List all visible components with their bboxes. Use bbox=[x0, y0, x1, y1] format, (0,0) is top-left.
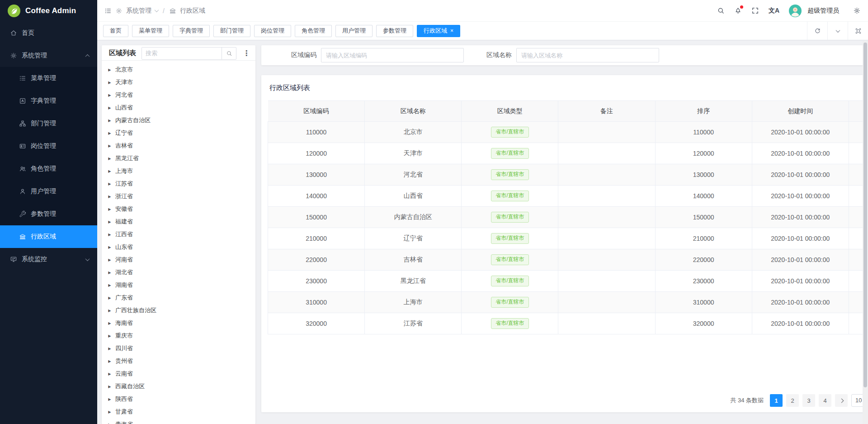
tree-item[interactable]: ▶ 湖南省 bbox=[108, 279, 255, 291]
caret-right-icon[interactable]: ▶ bbox=[108, 233, 111, 237]
table-row[interactable]: 310000 上海市 省市/直辖市 310000 2020-10-01 00:0… bbox=[268, 292, 868, 313]
sidebar-item-post-mgmt[interactable]: 岗位管理 bbox=[0, 135, 97, 157]
tree-item[interactable]: ▶ 上海市 bbox=[108, 165, 255, 177]
sidebar-group-system[interactable]: 系统管理 bbox=[0, 44, 97, 67]
tree-search-button[interactable] bbox=[222, 48, 236, 59]
tree-item[interactable]: ▶ 湖北省 bbox=[108, 266, 255, 279]
caret-right-icon[interactable]: ▶ bbox=[108, 385, 111, 389]
caret-right-icon[interactable]: ▶ bbox=[108, 309, 111, 313]
table-row[interactable]: 320000 江苏省 省市/直辖市 320000 2020-10-01 00:0… bbox=[268, 313, 868, 334]
caret-right-icon[interactable]: ▶ bbox=[108, 207, 111, 211]
sidebar-group-monitor[interactable]: 系统监控 bbox=[0, 248, 97, 271]
tab[interactable]: 参数管理 × bbox=[376, 25, 413, 37]
tab[interactable]: 首页 × bbox=[103, 25, 128, 37]
tree-item[interactable]: ▶ 山东省 bbox=[108, 241, 255, 253]
caret-right-icon[interactable]: ▶ bbox=[108, 296, 111, 300]
tree-item[interactable]: ▶ 广西壮族自治区 bbox=[108, 304, 255, 317]
tree-item[interactable]: ▶ 浙江省 bbox=[108, 190, 255, 203]
caret-right-icon[interactable]: ▶ bbox=[108, 271, 111, 275]
sidebar-item-user-mgmt[interactable]: 用户管理 bbox=[0, 180, 97, 203]
breadcrumb-section[interactable]: 系统管理 bbox=[126, 7, 151, 15]
tree-item[interactable]: ▶ 甘肃省 bbox=[108, 405, 255, 418]
caret-right-icon[interactable]: ▶ bbox=[108, 169, 111, 173]
tree-item[interactable]: ▶ 天津市 bbox=[108, 76, 255, 89]
kebab-menu-icon[interactable]: ⋮ bbox=[242, 49, 251, 58]
caret-right-icon[interactable]: ▶ bbox=[108, 68, 111, 72]
table-row[interactable]: 120000 天津市 省市/直辖市 120000 2020-10-01 00:0… bbox=[268, 143, 868, 164]
tree-item[interactable]: ▶ 福建省 bbox=[108, 215, 255, 228]
region-name-input[interactable] bbox=[516, 48, 659, 62]
caret-right-icon[interactable]: ▶ bbox=[108, 334, 111, 338]
caret-right-icon[interactable]: ▶ bbox=[108, 220, 111, 224]
tree-item[interactable]: ▶ 重庆市 bbox=[108, 329, 255, 342]
scrollbar-thumb[interactable] bbox=[863, 43, 867, 387]
tree-item[interactable]: ▶ 内蒙古自治区 bbox=[108, 114, 255, 127]
tab[interactable]: 岗位管理 × bbox=[254, 25, 291, 37]
tree-item[interactable]: ▶ 贵州省 bbox=[108, 355, 255, 367]
caret-right-icon[interactable]: ▶ bbox=[108, 372, 111, 376]
notifications-button[interactable] bbox=[734, 7, 742, 14]
sidebar-item-role-mgmt[interactable]: 角色管理 bbox=[0, 157, 97, 180]
caret-right-icon[interactable]: ▶ bbox=[108, 321, 111, 325]
tree-item[interactable]: ▶ 江西省 bbox=[108, 228, 255, 241]
sidebar-item-dept-mgmt[interactable]: 部门管理 bbox=[0, 112, 97, 135]
username[interactable]: 超级管理员 bbox=[807, 7, 839, 15]
avatar[interactable] bbox=[789, 5, 802, 17]
tree-item[interactable]: ▶ 吉林省 bbox=[108, 139, 255, 152]
tab[interactable]: 行政区域 × bbox=[417, 25, 460, 37]
caret-right-icon[interactable]: ▶ bbox=[108, 93, 111, 97]
tree-item[interactable]: ▶ 四川省 bbox=[108, 342, 255, 355]
page-button[interactable]: 3 bbox=[802, 394, 815, 407]
tree-search-input[interactable] bbox=[142, 48, 222, 59]
page-button[interactable]: 1 bbox=[770, 394, 783, 407]
fullscreen-icon[interactable] bbox=[751, 7, 759, 14]
table-row[interactable]: 220000 吉林省 省市/直辖市 220000 2020-10-01 00:0… bbox=[268, 249, 868, 271]
menu-fold-icon[interactable] bbox=[104, 7, 112, 14]
caret-right-icon[interactable]: ▶ bbox=[108, 410, 111, 414]
caret-right-icon[interactable]: ▶ bbox=[108, 283, 111, 287]
caret-right-icon[interactable]: ▶ bbox=[108, 359, 111, 363]
caret-right-icon[interactable]: ▶ bbox=[108, 245, 111, 249]
caret-right-icon[interactable]: ▶ bbox=[108, 397, 111, 401]
tree-item[interactable]: ▶ 广东省 bbox=[108, 291, 255, 304]
sidebar-item-menu-mgmt[interactable]: 菜单管理 bbox=[0, 67, 97, 90]
app-logo[interactable]: Coffee Admin bbox=[0, 0, 97, 22]
caret-right-icon[interactable]: ▶ bbox=[108, 258, 111, 262]
table-row[interactable]: 140000 山西省 省市/直辖市 140000 2020-10-01 00:0… bbox=[268, 186, 868, 207]
tab[interactable]: 部门管理 × bbox=[213, 25, 250, 37]
tree-item[interactable]: ▶ 海南省 bbox=[108, 317, 255, 329]
region-code-input[interactable] bbox=[321, 48, 464, 62]
caret-right-icon[interactable]: ▶ bbox=[108, 131, 111, 135]
caret-right-icon[interactable]: ▶ bbox=[108, 157, 111, 161]
tree-item[interactable]: ▶ 安徽省 bbox=[108, 203, 255, 215]
caret-right-icon[interactable]: ▶ bbox=[108, 106, 111, 110]
tree-item[interactable]: ▶ 江苏省 bbox=[108, 177, 255, 190]
next-page-button[interactable] bbox=[835, 394, 848, 407]
table-row[interactable]: 230000 黑龙江省 省市/直辖市 230000 2020-10-01 00:… bbox=[268, 271, 868, 292]
tree-item[interactable]: ▶ 云南省 bbox=[108, 367, 255, 380]
tab[interactable]: 字典管理 × bbox=[173, 25, 210, 37]
caret-right-icon[interactable]: ▶ bbox=[108, 81, 111, 85]
page-button[interactable]: 4 bbox=[819, 394, 831, 407]
close-icon[interactable]: × bbox=[450, 28, 453, 33]
vertical-scrollbar[interactable] bbox=[863, 41, 868, 424]
refresh-tab-button[interactable] bbox=[807, 22, 827, 40]
sidebar-item-home[interactable]: 首页 bbox=[0, 22, 97, 44]
sidebar-item-region[interactable]: 行政区域 bbox=[0, 225, 97, 248]
sidebar-item-param-mgmt[interactable]: 参数管理 bbox=[0, 203, 97, 225]
table-row[interactable]: 150000 内蒙古自治区 省市/直辖市 150000 2020-10-01 0… bbox=[268, 207, 868, 228]
caret-right-icon[interactable]: ▶ bbox=[108, 144, 111, 148]
tree-item[interactable]: ▶ 河南省 bbox=[108, 253, 255, 266]
sidebar-item-dict-mgmt[interactable]: 字典管理 bbox=[0, 90, 97, 112]
caret-right-icon[interactable]: ▶ bbox=[108, 119, 111, 123]
table-row[interactable]: 130000 河北省 省市/直辖市 130000 2020-10-01 00:0… bbox=[268, 164, 868, 186]
tree-item[interactable]: ▶ 山西省 bbox=[108, 101, 255, 114]
settings-gear-icon[interactable] bbox=[853, 7, 861, 14]
caret-right-icon[interactable]: ▶ bbox=[108, 195, 111, 199]
tree-item[interactable]: ▶ 辽宁省 bbox=[108, 127, 255, 139]
caret-right-icon[interactable]: ▶ bbox=[108, 347, 111, 351]
tab[interactable]: 菜单管理 × bbox=[132, 25, 169, 37]
tree-item[interactable]: ▶ 西藏自治区 bbox=[108, 380, 255, 393]
table-row[interactable]: 110000 北京市 省市/直辖市 110000 2020-10-01 00:0… bbox=[268, 122, 868, 143]
tree-item[interactable]: ▶ 青海省 bbox=[108, 418, 255, 424]
